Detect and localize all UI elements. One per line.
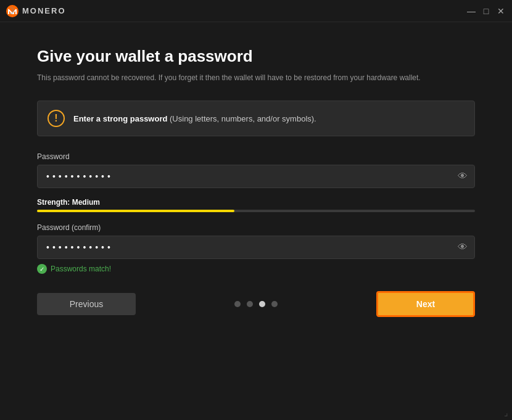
page-title: Give your wallet a password xyxy=(37,47,475,66)
strength-value: Medium xyxy=(72,198,100,207)
password-group: Password 👁 xyxy=(37,152,475,188)
minimize-button[interactable]: — xyxy=(466,6,476,16)
strength-container: Strength: Medium xyxy=(37,198,475,212)
alert-box: ! Enter a strong password (Using letters… xyxy=(37,101,475,136)
alert-icon: ! xyxy=(47,110,65,127)
step-dot-4 xyxy=(271,301,278,307)
page-subtitle: This password cannot be recovered. If yo… xyxy=(37,72,456,83)
step-dot-1 xyxy=(234,301,241,307)
strength-label: Strength: Medium xyxy=(37,198,475,207)
match-checkmark-icon: ✓ xyxy=(37,264,47,274)
step-dot-3 xyxy=(259,301,265,307)
maximize-button[interactable]: □ xyxy=(481,6,491,16)
moon-icon: ☽ xyxy=(6,5,15,17)
confirm-input-wrapper: 👁 xyxy=(37,236,475,259)
strength-bar-fill xyxy=(37,210,234,212)
bottom-navigation: Previous Next xyxy=(37,291,475,317)
passwords-match-text: ✓ Passwords match! xyxy=(37,264,475,274)
main-content: Give your wallet a password This passwor… xyxy=(0,22,512,336)
step-dots xyxy=(234,301,278,307)
previous-button[interactable]: Previous xyxy=(37,293,136,315)
alert-text: Enter a strong password (Using letters, … xyxy=(73,114,316,123)
strength-bar-container xyxy=(37,210,475,212)
titlebar-controls: — □ ✕ xyxy=(466,6,506,16)
titlebar: MONERO — □ ✕ xyxy=(0,0,512,22)
password-input[interactable] xyxy=(37,165,475,188)
password-label: Password xyxy=(37,152,475,161)
close-button[interactable]: ✕ xyxy=(496,6,506,16)
next-button[interactable]: Next xyxy=(376,291,475,317)
alert-rest-text: (Using letters, numbers, and/or symbols)… xyxy=(167,114,316,123)
password-input-wrapper: 👁 xyxy=(37,165,475,188)
alert-bold-text: Enter a strong password xyxy=(73,114,167,123)
confirm-password-input[interactable] xyxy=(37,236,475,259)
confirm-password-label: Password (confirm) xyxy=(37,223,475,232)
confirm-eye-icon[interactable]: 👁 xyxy=(458,242,468,253)
app-title: MONERO xyxy=(22,6,66,15)
strength-text: Strength: xyxy=(37,198,70,207)
match-label: Passwords match! xyxy=(51,265,111,273)
resize-handle: ⌟ xyxy=(504,408,508,418)
titlebar-left: MONERO xyxy=(6,5,66,17)
confirm-password-group: Password (confirm) 👁 ✓ Passwords match! xyxy=(37,223,475,274)
password-eye-icon[interactable]: 👁 xyxy=(458,171,468,182)
step-dot-2 xyxy=(247,301,253,307)
